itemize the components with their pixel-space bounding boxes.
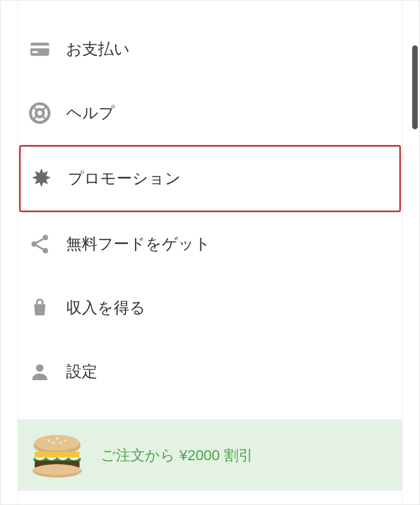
lifebuoy-icon [27,100,53,126]
menu-item-payment[interactable]: お支払い [18,17,402,81]
svg-point-4 [36,109,43,116]
menu-item-help[interactable]: ヘルプ [18,81,402,145]
svg-point-8 [43,248,48,254]
burger-icon [29,433,85,478]
menu-item-promotion[interactable]: プロモーション [21,147,399,211]
menu-list: お支払い ヘルプ プロモーション [18,1,402,404]
svg-rect-17 [35,452,80,457]
bag-icon [27,295,53,321]
share-icon [27,231,53,257]
svg-point-6 [31,241,37,247]
svg-point-16 [60,442,62,444]
scrollbar-thumb[interactable] [412,45,418,129]
menu-item-earn[interactable]: 収入を得る [18,276,402,340]
side-menu-panel: お支払い ヘルプ プロモーション [17,1,403,504]
menu-item-free-food[interactable]: 無料フードをゲット [18,212,402,276]
menu-item-label: 無料フードをゲット [66,233,211,255]
promo-banner[interactable]: ご注文から ¥2000 割引 [18,419,402,491]
menu-item-label: 設定 [66,361,97,382]
starburst-icon [29,166,54,191]
card-icon [27,36,53,62]
svg-point-14 [64,439,67,442]
svg-point-12 [48,439,50,442]
menu-item-label: お支払い [66,39,130,60]
svg-point-20 [34,465,81,475]
menu-item-settings[interactable]: 設定 [18,340,402,404]
svg-rect-2 [32,51,38,53]
menu-item-about[interactable]: UBER について [18,491,402,505]
menu-item-label: 収入を得る [66,297,146,319]
svg-point-7 [43,235,48,240]
svg-rect-1 [30,45,49,48]
svg-marker-5 [32,169,50,187]
svg-point-9 [36,364,43,372]
person-icon [27,359,53,385]
app-frame: お支払い ヘルプ プロモーション [0,0,420,505]
menu-item-label: ヘルプ [66,102,115,124]
promo-banner-text: ご注文から ¥2000 割引 [101,446,253,465]
svg-rect-0 [30,43,49,55]
svg-point-3 [30,104,49,122]
svg-point-13 [56,437,58,439]
svg-point-15 [52,442,54,444]
menu-item-label: プロモーション [68,168,181,189]
highlight-frame-promotion: プロモーション [19,145,401,212]
